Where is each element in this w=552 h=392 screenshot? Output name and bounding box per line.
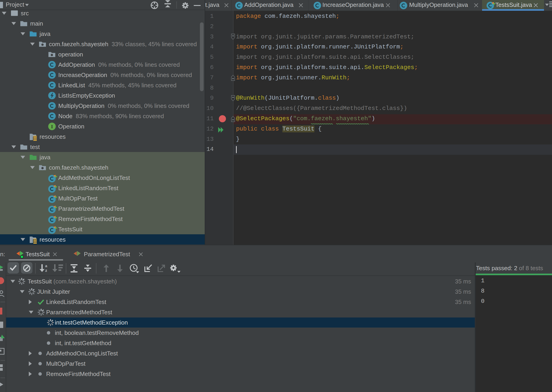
svg-text:z: z: [45, 268, 47, 273]
svg-text:a: a: [45, 264, 47, 268]
